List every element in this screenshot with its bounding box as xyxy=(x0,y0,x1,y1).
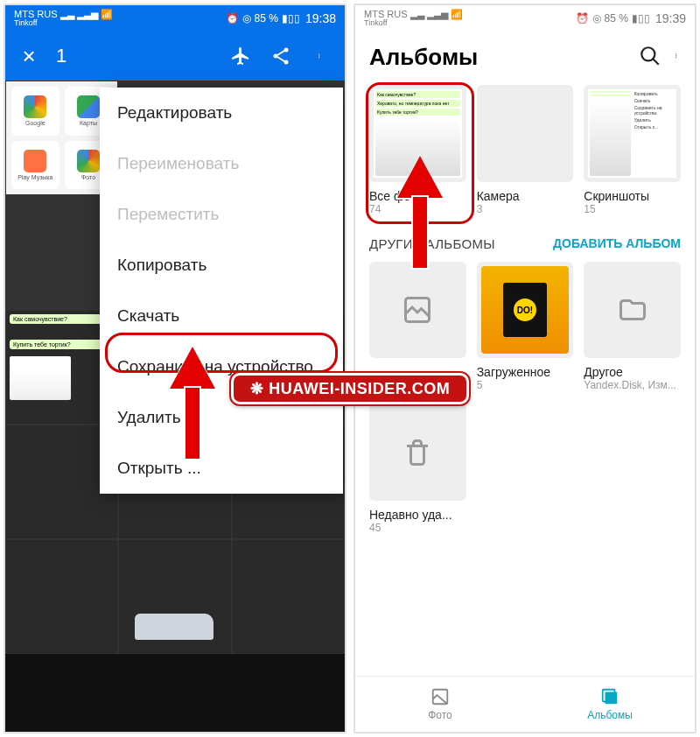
menu-copy[interactable]: Копировать xyxy=(100,240,343,291)
clock: 19:38 xyxy=(305,11,336,25)
battery-icon: ▮▯▯ xyxy=(282,12,300,25)
alarm-icon: ⏰ xyxy=(576,12,589,25)
svg-point-6 xyxy=(641,47,654,60)
menu-download[interactable]: Скачать xyxy=(100,291,343,341)
albums-grid: Как самочувствие? Херовато, но температу… xyxy=(355,80,695,219)
phone-left: MTS RUS ▂▃ ▂▃▅ 📶 Tinkoff ⏰ ◎ 85 % ▮▯▯ 19… xyxy=(4,4,346,733)
status-right: ⏰ ◎ 85 % ▮▯▯ 19:38 xyxy=(226,11,336,25)
album-name: Камера xyxy=(477,189,574,203)
album-count: 74 xyxy=(369,203,466,215)
context-menu: Редактировать Переименовать Переместить … xyxy=(100,88,343,494)
add-album-button[interactable]: ДОБАВИТЬ АЛЬБОМ xyxy=(553,236,681,251)
status-bar: MTS RUS ▂▃ ▂▃▅ 📶 Tinkoff ⏰ ◎ 85 % ▮▯▯ 19… xyxy=(355,5,695,32)
album-name: Недавно уда... xyxy=(369,508,466,522)
signal-icon: ▂▃ ▂▃▅ 📶 xyxy=(410,9,463,19)
carrier-sub: Tinkoff xyxy=(14,19,113,28)
status-carrier: MTS RUS ▂▃ ▂▃▅ 📶 Tinkoff xyxy=(14,9,113,28)
menu-rename[interactable]: Переименовать xyxy=(100,138,343,189)
albums-header: Альбомы xyxy=(355,32,695,80)
battery-label: 85 % xyxy=(605,12,628,25)
ring-icon: ◎ xyxy=(242,12,251,25)
album-downloaded[interactable]: DO! Загруженное 5 xyxy=(477,262,574,392)
clock: 19:39 xyxy=(655,11,686,25)
nav-photos[interactable]: Фото xyxy=(355,677,525,732)
album-count: 5 xyxy=(477,379,574,391)
menu-edit[interactable]: Редактировать xyxy=(100,88,343,138)
album-sub: Yandex.Disk, Изм... xyxy=(584,379,681,391)
trash-icon xyxy=(369,404,466,501)
album-all-photos[interactable]: Как самочувствие? Херовато, но температу… xyxy=(369,85,466,215)
selection-count: 1 xyxy=(56,45,214,67)
status-carrier: MTS RUS ▂▃ ▂▃▅ 📶 Tinkoff xyxy=(364,9,463,28)
album-other[interactable]: Другое Yandex.Disk, Изм... xyxy=(584,262,681,392)
battery-icon: ▮▯▯ xyxy=(632,12,650,25)
album-name: Загруженное xyxy=(477,365,574,379)
offline-icon[interactable] xyxy=(228,43,254,69)
svg-line-7 xyxy=(653,59,659,65)
close-icon[interactable]: × xyxy=(16,43,42,69)
status-right: ⏰ ◎ 85 % ▮▯▯ 19:39 xyxy=(576,11,686,25)
bottom-nav: Фото Альбомы xyxy=(355,676,695,732)
grid-cell[interactable] xyxy=(232,539,345,654)
album-camera[interactable]: Камера 3 xyxy=(477,85,574,215)
svg-point-4 xyxy=(318,55,319,56)
album-trash[interactable]: Недавно уда... 45 xyxy=(369,404,466,534)
nav-label: Фото xyxy=(428,709,452,721)
section-label: ДРУГИЕ АЛЬБОМЫ xyxy=(369,236,495,251)
no-thumbnail-icon xyxy=(369,262,466,359)
battery-label: 85 % xyxy=(255,12,278,25)
nav-label: Альбомы xyxy=(587,709,633,721)
folder-icon xyxy=(584,262,681,359)
nav-albums[interactable]: Альбомы xyxy=(525,677,695,732)
app-google: Google xyxy=(11,87,60,136)
share-icon[interactable] xyxy=(268,43,294,69)
grid-cell[interactable] xyxy=(118,539,231,654)
album-count: 45 xyxy=(369,522,466,534)
more-icon[interactable] xyxy=(676,46,681,69)
album-count: 3 xyxy=(477,203,574,215)
album-name: Все фото xyxy=(369,189,466,203)
status-bar: MTS RUS ▂▃ ▂▃▅ 📶 Tinkoff ⏰ ◎ 85 % ▮▯▯ 19… xyxy=(5,5,345,32)
app-play-music: Play Музыка xyxy=(11,141,60,190)
grid-cell[interactable] xyxy=(5,539,118,654)
svg-point-9 xyxy=(676,55,676,56)
album-name: Другое xyxy=(584,365,681,379)
other-albums-section: ДРУГИЕ АЛЬБОМЫ ДОБАВИТЬ АЛЬБОМ xyxy=(355,219,695,256)
album-name: Скриншоты xyxy=(584,189,681,203)
album-count: 15 xyxy=(584,203,681,215)
huawei-logo-icon: ❋ xyxy=(250,379,264,398)
search-icon[interactable] xyxy=(639,45,662,71)
chat-bubble: Купить тебе тортик? xyxy=(10,340,114,349)
cat-thumb xyxy=(10,356,71,400)
ring-icon: ◎ xyxy=(592,12,601,25)
signal-icon: ▂▃ ▂▃▅ 📶 xyxy=(60,9,113,19)
svg-point-5 xyxy=(318,57,319,58)
menu-open-with[interactable]: Открыть ... xyxy=(100,443,343,494)
svg-point-10 xyxy=(676,57,676,58)
more-icon[interactable] xyxy=(308,43,334,69)
alarm-icon: ⏰ xyxy=(226,12,239,25)
carrier-sub: Tinkoff xyxy=(364,19,463,28)
svg-point-8 xyxy=(676,53,676,54)
selection-header: × 1 xyxy=(5,32,345,81)
phone-right: MTS RUS ▂▃ ▂▃▅ 📶 Tinkoff ⏰ ◎ 85 % ▮▯▯ 19… xyxy=(354,4,696,733)
chat-bubble: Как самочувствие? xyxy=(10,314,114,324)
menu-move[interactable]: Переместить xyxy=(100,189,343,240)
svg-point-3 xyxy=(318,53,319,54)
album-screenshots[interactable]: КопироватьСкачать Сохранить на устройств… xyxy=(584,85,681,215)
page-title: Альбомы xyxy=(369,44,630,71)
watermark: ❋HUAWEI-INSIDER.COM xyxy=(231,373,469,404)
